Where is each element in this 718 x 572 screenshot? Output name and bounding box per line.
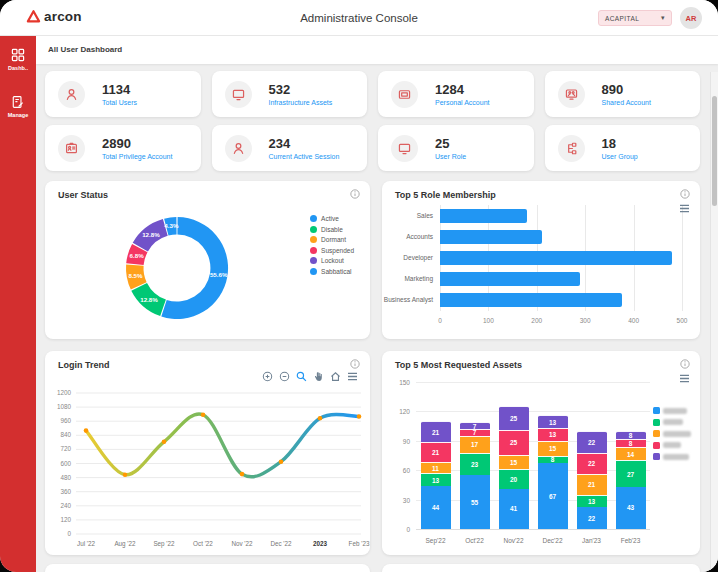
hbar-bar[interactable]	[440, 293, 622, 307]
stack-segment[interactable]: 43	[616, 487, 646, 529]
legend-dot	[310, 236, 317, 243]
x-axis: Sep'22Oct'22Nov'22Dec'22Jan'23Feb'23	[416, 537, 650, 544]
x-axis-tick: Sep'22	[416, 537, 455, 544]
y-axis-tick: 1200	[57, 389, 72, 396]
zoom-in-icon[interactable]	[262, 371, 273, 382]
legend-item-redacted[interactable]	[653, 453, 691, 460]
stack-segment[interactable]: 14	[616, 447, 646, 461]
home-icon[interactable]	[330, 371, 341, 382]
menu-icon[interactable]	[347, 372, 358, 381]
x-axis-tick: Sep '22	[153, 540, 175, 548]
line-marker[interactable]	[84, 428, 89, 433]
hbar-bar[interactable]	[440, 209, 527, 223]
stack-segment[interactable]: 11	[421, 462, 451, 473]
stack-segment[interactable]: 13	[577, 495, 607, 508]
stack-segment[interactable]: 22	[577, 431, 607, 453]
stack-segment[interactable]: 27	[616, 460, 646, 487]
legend-item[interactable]: Lockout	[310, 257, 354, 264]
stack-segment[interactable]: 7	[460, 429, 490, 436]
stack-column-Nov'22[interactable]: 4120152525	[499, 406, 529, 529]
pan-icon[interactable]	[313, 371, 324, 382]
sidebar-item-manage[interactable]: Manage	[8, 95, 28, 118]
line-marker[interactable]	[123, 472, 128, 477]
stack-segment[interactable]: 22	[577, 507, 607, 529]
stack-column-Dec'22[interactable]: 678151313	[538, 415, 568, 529]
legend-item-redacted[interactable]	[653, 419, 691, 426]
stack-value-label: 21	[432, 429, 439, 436]
line-marker[interactable]	[162, 440, 167, 445]
y-axis-tick: 120	[60, 516, 71, 523]
line-marker[interactable]	[240, 472, 245, 477]
stack-segment[interactable]: 67	[538, 463, 568, 529]
x-axis-tick: Oct '22	[193, 540, 213, 547]
stack-segment[interactable]: 41	[499, 489, 529, 529]
menu-icon[interactable]	[679, 204, 690, 213]
scrollbar-thumb[interactable]	[712, 96, 717, 206]
hbar-bar[interactable]	[440, 272, 580, 286]
legend-item-redacted[interactable]	[653, 430, 691, 437]
stack-segment[interactable]: 13	[421, 473, 451, 486]
stack-segment[interactable]: 20	[499, 469, 529, 489]
y-axis-tick: 240	[60, 502, 71, 509]
stack-segment[interactable]: 8	[616, 431, 646, 439]
stack-value-label: 13	[549, 419, 556, 426]
y-axis-tick: 30	[403, 496, 410, 503]
legend-item-redacted[interactable]	[653, 407, 691, 414]
legend-label-redacted	[663, 419, 683, 425]
stack-column-Sep'22[interactable]: 4413112121	[421, 421, 451, 529]
org-dropdown[interactable]: ACAPITAL ▾	[598, 10, 672, 26]
stack-value-label: 22	[588, 515, 595, 522]
stack-column-Oct'22[interactable]: 55231777	[460, 422, 490, 529]
legend-item[interactable]: Suspended	[310, 247, 354, 254]
hbar-row: Business Analyst	[440, 293, 682, 307]
stack-segment[interactable]: 21	[421, 442, 451, 463]
stack-segment[interactable]: 21	[421, 421, 451, 442]
menu-icon[interactable]	[679, 374, 690, 383]
line-marker[interactable]	[201, 412, 206, 417]
info-icon[interactable]	[350, 189, 360, 199]
y-axis-tick: 150	[399, 379, 410, 386]
sidebar-item-dashboard[interactable]: Dashb..	[8, 48, 28, 71]
main-content: All User Dashboard 1134Total Users532Inf…	[36, 36, 718, 572]
stack-segment[interactable]: 8	[616, 439, 646, 447]
hbar-bar[interactable]	[440, 230, 542, 244]
line-marker[interactable]	[279, 459, 284, 464]
stack-column-Feb'23[interactable]: 43271488	[616, 431, 646, 529]
line-marker[interactable]	[357, 414, 362, 419]
stack-segment[interactable]: 17	[460, 436, 490, 453]
legend-item-redacted[interactable]	[653, 442, 691, 449]
stat-card: 25User Role	[378, 125, 534, 171]
info-icon[interactable]	[350, 359, 360, 369]
legend-item[interactable]: Active	[310, 215, 354, 222]
stack-segment[interactable]: 13	[538, 428, 568, 441]
legend-item[interactable]: Disable	[310, 226, 354, 233]
dashboard-grid-icon	[11, 48, 25, 62]
info-icon[interactable]	[680, 189, 690, 199]
legend-item[interactable]: Dormant	[310, 236, 354, 243]
avatar[interactable]: AR	[680, 7, 702, 29]
sidebar: Dashb.. Manage	[0, 36, 36, 572]
stack-segment[interactable]: 13	[538, 415, 568, 428]
hbar-bar[interactable]	[440, 251, 672, 265]
stack-segment[interactable]: 23	[460, 453, 490, 476]
stack-segment[interactable]: 25	[499, 430, 529, 455]
x-axis-tick: Jan'23	[572, 537, 611, 544]
zoom-out-icon[interactable]	[279, 371, 290, 382]
info-icon[interactable]	[680, 359, 690, 369]
stack-segment[interactable]: 21	[577, 474, 607, 495]
stack-column-Jan'23[interactable]: 2213212222	[577, 431, 607, 529]
stack-segment[interactable]: 8	[538, 456, 568, 464]
stack-segment[interactable]: 7	[460, 422, 490, 429]
stack-segment[interactable]: 15	[538, 441, 568, 456]
line-marker[interactable]	[318, 416, 323, 421]
selection-zoom-icon[interactable]	[296, 371, 307, 382]
stack-segment[interactable]: 44	[421, 486, 451, 529]
stack-segment[interactable]: 55	[460, 475, 490, 529]
legend-label: Suspended	[321, 247, 354, 254]
scrollbar-track[interactable]	[710, 72, 718, 572]
legend-item[interactable]: Sabbatical	[310, 268, 354, 275]
stack-segment[interactable]: 22	[577, 453, 607, 475]
stack-segment[interactable]: 15	[499, 455, 529, 470]
hbar-category-label: Accounts	[363, 230, 433, 244]
stack-segment[interactable]: 25	[499, 406, 529, 431]
